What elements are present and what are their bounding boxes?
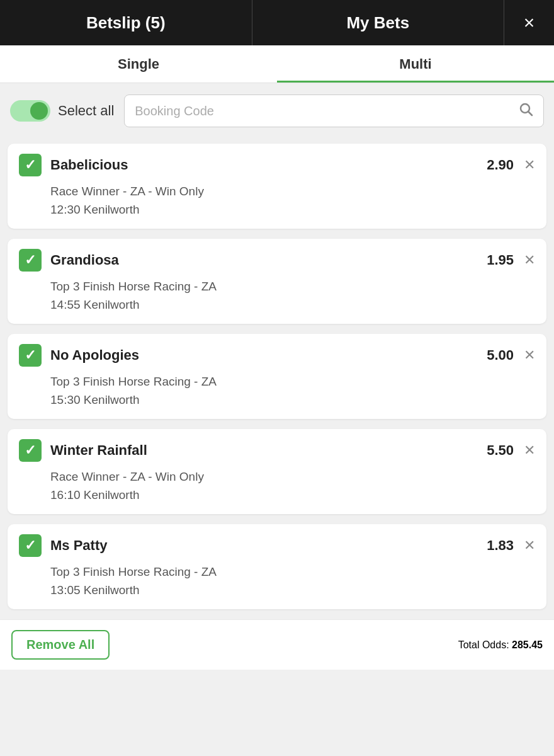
remove-all-label: Remove All [26, 638, 94, 651]
checkmark-icon: ✓ [25, 252, 36, 268]
bet-card-ms-patty: ✓ Ms Patty 1.83 ✕ Top 3 Finish Horse Rac… [8, 524, 546, 609]
remove-babelicious-button[interactable]: ✕ [524, 158, 535, 172]
bet-checkbox-no-apologies[interactable]: ✓ [19, 344, 42, 367]
tab-multi-label: Multi [399, 56, 431, 72]
bet-name-no-apologies: No Apologies [50, 347, 139, 364]
close-button[interactable]: × [504, 0, 554, 45]
remove-grandiosa-button[interactable]: ✕ [524, 253, 535, 267]
booking-code-input[interactable]: Booking Code [124, 94, 544, 127]
total-odds-label: Total Odds: [458, 639, 509, 650]
bet-left: ✓ Babelicious [19, 154, 128, 176]
search-icon [518, 101, 533, 120]
select-all-label: Select all [58, 103, 114, 119]
bets-list: ✓ Babelicious 2.90 ✕ Race Winner - ZA - … [0, 139, 554, 614]
bet-details-ms-patty: Top 3 Finish Horse Racing - ZA 13:05 Ken… [19, 563, 535, 599]
bet-card-babelicious: ✓ Babelicious 2.90 ✕ Race Winner - ZA - … [8, 144, 546, 229]
tab-single[interactable]: Single [0, 45, 277, 83]
remove-no-apologies-button[interactable]: ✕ [524, 348, 535, 362]
bet-left: ✓ Grandiosa [19, 249, 119, 272]
remove-winter-rainfall-button[interactable]: ✕ [524, 444, 535, 457]
bet-name-grandiosa: Grandiosa [50, 252, 119, 268]
bet-checkbox-babelicious[interactable]: ✓ [19, 154, 42, 176]
bet-card-header: ✓ Ms Patty 1.83 ✕ [19, 534, 535, 557]
bet-details-no-apologies: Top 3 Finish Horse Racing - ZA 15:30 Ken… [19, 373, 535, 409]
bet-left: ✓ No Apologies [19, 344, 139, 367]
booking-code-placeholder: Booking Code [135, 104, 214, 118]
bet-card-no-apologies: ✓ No Apologies 5.00 ✕ Top 3 Finish Horse… [8, 334, 546, 419]
close-icon: × [524, 12, 535, 33]
bet-details-babelicious: Race Winner - ZA - Win Only 12:30 Kenilw… [19, 183, 535, 219]
bet-name-babelicious: Babelicious [50, 157, 128, 173]
bet-card-grandiosa: ✓ Grandiosa 1.95 ✕ Top 3 Finish Horse Ra… [8, 239, 546, 324]
betslip-label: Betslip (5) [86, 13, 166, 33]
tab-multi[interactable]: Multi [277, 45, 554, 83]
bet-right: 5.50 ✕ [487, 442, 535, 459]
bet-detail-line1: Top 3 Finish Horse Racing - ZA [50, 563, 535, 581]
bet-right: 1.95 ✕ [487, 252, 535, 268]
toggle-knob [30, 102, 48, 120]
svg-line-1 [529, 112, 533, 116]
bet-odds-babelicious: 2.90 [487, 157, 514, 173]
bet-left: ✓ Winter Rainfall [19, 439, 147, 462]
bet-detail-line1: Race Winner - ZA - Win Only [50, 183, 535, 201]
header: Betslip (5) My Bets × [0, 0, 554, 45]
remove-ms-patty-button[interactable]: ✕ [524, 539, 535, 553]
betslip-tab-header[interactable]: Betslip (5) [0, 0, 252, 45]
mybets-tab-header[interactable]: My Bets [252, 0, 504, 45]
remove-all-button[interactable]: Remove All [11, 630, 110, 660]
bet-detail-line1: Top 3 Finish Horse Racing - ZA [50, 278, 535, 296]
bet-card-header: ✓ Babelicious 2.90 ✕ [19, 154, 535, 176]
select-all-toggle[interactable] [10, 100, 50, 122]
bet-checkbox-winter-rainfall[interactable]: ✓ [19, 439, 42, 462]
bet-card-header: ✓ Grandiosa 1.95 ✕ [19, 249, 535, 272]
bet-name-ms-patty: Ms Patty [50, 537, 107, 554]
bet-card-header: ✓ No Apologies 5.00 ✕ [19, 344, 535, 367]
bet-checkbox-grandiosa[interactable]: ✓ [19, 249, 42, 272]
checkmark-icon: ✓ [25, 157, 36, 173]
bet-checkbox-ms-patty[interactable]: ✓ [19, 534, 42, 557]
bet-detail-line2: 15:30 Kenilworth [50, 391, 535, 410]
bet-detail-line2: 16:10 Kenilworth [50, 486, 535, 505]
bet-details-winter-rainfall: Race Winner - ZA - Win Only 16:10 Kenilw… [19, 468, 535, 504]
bet-detail-line2: 14:55 Kenilworth [50, 296, 535, 314]
checkmark-icon: ✓ [25, 537, 36, 554]
bet-detail-line1: Race Winner - ZA - Win Only [50, 468, 535, 486]
bet-right: 2.90 ✕ [487, 157, 535, 173]
bet-odds-no-apologies: 5.00 [487, 347, 514, 364]
footer: Remove All Total Odds: 285.45 [0, 619, 554, 670]
checkmark-icon: ✓ [25, 442, 36, 459]
app-container: Betslip (5) My Bets × Single Multi Selec… [0, 0, 554, 756]
checkmark-icon: ✓ [25, 347, 36, 364]
bet-odds-winter-rainfall: 5.50 [487, 442, 514, 459]
select-all-container: Select all [10, 100, 114, 122]
controls-row: Select all Booking Code [0, 83, 554, 139]
bet-odds-ms-patty: 1.83 [487, 537, 514, 554]
bet-card-winter-rainfall: ✓ Winter Rainfall 5.50 ✕ Race Winner - Z… [8, 429, 546, 514]
bet-detail-line2: 13:05 Kenilworth [50, 581, 535, 600]
mybets-label: My Bets [346, 13, 409, 33]
bet-detail-line2: 12:30 Kenilworth [50, 201, 535, 219]
bet-name-winter-rainfall: Winter Rainfall [50, 442, 147, 459]
bet-details-grandiosa: Top 3 Finish Horse Racing - ZA 14:55 Ken… [19, 278, 535, 314]
bet-right: 5.00 ✕ [487, 347, 535, 364]
total-odds-value: 285.45 [512, 639, 543, 650]
total-odds-container: Total Odds: 285.45 [458, 639, 543, 651]
tabs-bar: Single Multi [0, 45, 554, 83]
bet-right: 1.83 ✕ [487, 537, 535, 554]
bet-odds-grandiosa: 1.95 [487, 252, 514, 268]
tab-single-label: Single [118, 56, 159, 72]
bet-left: ✓ Ms Patty [19, 534, 107, 557]
bet-card-header: ✓ Winter Rainfall 5.50 ✕ [19, 439, 535, 462]
bet-detail-line1: Top 3 Finish Horse Racing - ZA [50, 373, 535, 391]
